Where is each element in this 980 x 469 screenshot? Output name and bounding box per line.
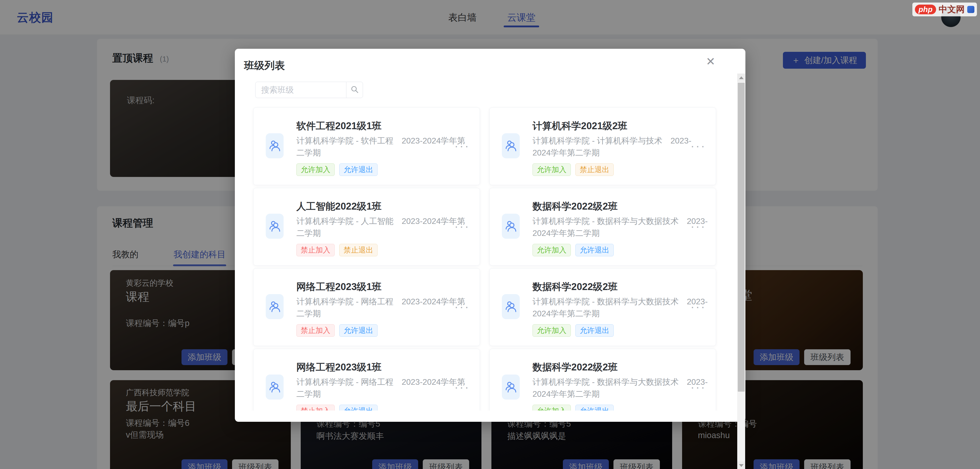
quit-status-badge: 允许退出 [575,324,614,337]
class-info: 计算机科学学院 - 数据科学与大数据技术 2023-2024学年第二学期 [533,376,709,400]
class-info: 计算机科学学院 - 软件工程 2023-2024学年第二学期 [296,135,473,159]
class-avatar-tile [502,214,520,239]
modal-scrollbar[interactable] [737,73,745,469]
class-avatar-tile [266,133,283,158]
more-options-button[interactable]: ··· [690,219,706,233]
class-info: 计算机科学学院 - 数据科学与大数据技术 2023-2024学年第二学期 [533,215,709,239]
modal-title: 班级列表 [244,59,285,73]
scrollbar-up-arrow[interactable] [737,73,745,82]
class-card[interactable]: 网络工程2023级1班 计算机科学学院 - 网络工程 2023-2024学年第二… [253,349,480,410]
more-options-button[interactable]: ··· [454,380,470,394]
class-list-modal: 班级列表 软件工程2021级1班 计算机科学学院 - 软件工程 2023-202… [235,49,745,422]
join-status-badge: 禁止加入 [296,405,335,410]
more-options-button[interactable]: ··· [690,380,706,394]
scrollbar-down-arrow[interactable] [737,461,745,469]
join-status-badge: 允许加入 [533,405,571,410]
people-icon [268,299,281,314]
class-name: 网络工程2023级1班 [296,280,382,293]
join-status-badge: 允许加入 [533,164,571,176]
class-name: 网络工程2023级1班 [296,361,382,374]
people-icon [504,380,517,394]
class-name: 软件工程2021级1班 [296,119,382,132]
class-avatar-tile [502,133,520,158]
quit-status-badge: 允许退出 [339,405,377,410]
class-info: 计算机科学学院 - 网络工程 2023-2024学年第二学期 [296,296,473,320]
class-card[interactable]: 数据科学2022级2班 计算机科学学院 - 数据科学与大数据技术 2023-20… [489,268,716,346]
class-list-scroll-area: 班级列表 软件工程2021级1班 计算机科学学院 - 软件工程 2023-202… [235,49,745,410]
class-name: 数据科学2022级2班 [533,361,618,374]
class-name: 数据科学2022级2班 [533,280,618,293]
more-options-button[interactable]: ··· [454,139,470,153]
quit-status-badge: 禁止退出 [575,164,614,176]
watermark-text: 中文网 [939,3,965,15]
class-avatar-tile [502,375,520,399]
class-card[interactable]: 网络工程2023级1班 计算机科学学院 - 网络工程 2023-2024学年第二… [253,268,480,346]
quit-status-badge: 允许退出 [339,164,377,176]
join-status-badge: 禁止加入 [296,324,335,337]
site-watermark: php 中文网 [912,3,977,16]
people-icon [268,219,281,233]
more-options-button[interactable]: ··· [454,219,470,233]
class-info: 计算机科学学院 - 网络工程 2023-2024学年第二学期 [296,376,473,400]
people-icon [268,380,281,394]
join-status-badge: 允许加入 [533,324,571,337]
search-button[interactable] [346,82,363,98]
class-avatar-tile [266,294,283,319]
search-input[interactable] [255,82,346,98]
join-status-badge: 禁止加入 [296,244,335,256]
join-status-badge: 允许加入 [533,244,571,256]
quit-status-badge: 允许退出 [575,244,614,256]
class-card[interactable]: 数据科学2022级2班 计算机科学学院 - 数据科学与大数据技术 2023-20… [489,349,716,410]
scrollbar-thumb[interactable] [738,83,745,392]
more-options-button[interactable]: ··· [454,300,470,313]
watermark-icon [967,6,974,13]
join-status-badge: 允许加入 [296,164,335,176]
class-name: 计算机科学2021级2班 [533,119,627,132]
search-icon [350,85,359,95]
more-options-button[interactable]: ··· [690,300,706,313]
class-info: 计算机科学学院 - 计算机科学与技术 2023-2024学年第二学期 [533,135,709,159]
people-icon [504,138,517,153]
people-icon [268,138,281,153]
class-avatar-tile [266,214,283,239]
class-info: 计算机科学学院 - 人工智能 2023-2024学年第二学期 [296,215,473,239]
more-options-button[interactable]: ··· [690,139,706,153]
quit-status-badge: 允许退出 [575,405,614,410]
class-search-group [255,82,363,98]
close-icon[interactable]: ✕ [706,56,715,67]
class-avatar-tile [266,375,283,399]
quit-status-badge: 禁止退出 [339,244,377,256]
class-card[interactable]: 数据科学2022级2班 计算机科学学院 - 数据科学与大数据技术 2023-20… [489,188,716,266]
php-badge: php [915,5,936,14]
people-icon [504,219,517,233]
class-card[interactable]: 人工智能2022级1班 计算机科学学院 - 人工智能 2023-2024学年第二… [253,188,480,266]
class-name: 人工智能2022级1班 [296,200,382,213]
class-card[interactable]: 软件工程2021级1班 计算机科学学院 - 软件工程 2023-2024学年第二… [253,108,480,185]
class-info: 计算机科学学院 - 数据科学与大数据技术 2023-2024学年第二学期 [533,296,709,320]
quit-status-badge: 允许退出 [339,324,377,337]
class-name: 数据科学2022级2班 [533,200,618,213]
class-avatar-tile [502,294,520,319]
class-card[interactable]: 计算机科学2021级2班 计算机科学学院 - 计算机科学与技术 2023-202… [489,108,716,185]
people-icon [504,299,517,314]
